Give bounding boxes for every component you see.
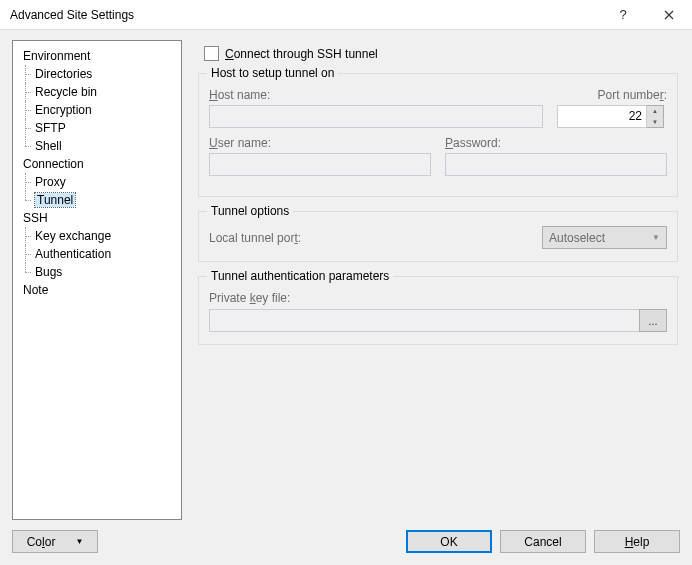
password-label: Password:	[445, 136, 667, 150]
private-key-label: Private key file:	[209, 291, 667, 305]
tree-recycle-bin[interactable]: Recycle bin	[15, 83, 179, 101]
color-button[interactable]: Color ▼	[12, 530, 98, 553]
port-label: Port number:	[557, 88, 667, 102]
group-options-legend: Tunnel options	[207, 204, 293, 218]
window-title: Advanced Site Settings	[10, 8, 600, 22]
password-input[interactable]	[445, 153, 667, 176]
port-spin-buttons: ▲ ▼	[647, 105, 664, 128]
tree-connection[interactable]: Connection	[15, 155, 179, 173]
private-key-input[interactable]	[209, 309, 639, 332]
username-input[interactable]	[209, 153, 431, 176]
tree-directories[interactable]: Directories	[15, 65, 179, 83]
group-host: Host to setup tunnel on Host name: Port …	[198, 73, 678, 197]
hostname-field: Host name:	[209, 88, 543, 128]
localport-combo[interactable]: Autoselect ▼	[542, 226, 667, 249]
help-title-button[interactable]: ?	[600, 0, 646, 30]
password-field: Password:	[445, 136, 667, 176]
content-row: Environment Directories Recycle bin Encr…	[12, 40, 680, 520]
tree-ssh[interactable]: SSH	[15, 209, 179, 227]
group-host-legend: Host to setup tunnel on	[207, 66, 338, 80]
port-input[interactable]: 22	[557, 105, 647, 128]
tree-key-exchange[interactable]: Key exchange	[15, 227, 179, 245]
close-icon	[664, 10, 674, 20]
ok-button[interactable]: OK	[406, 530, 492, 553]
chevron-down-icon: ▼	[652, 233, 660, 242]
port-spin-up[interactable]: ▲	[647, 106, 663, 117]
dialog-window: Advanced Site Settings ? Environment Dir…	[0, 0, 692, 565]
cancel-button[interactable]: Cancel	[500, 530, 586, 553]
port-field: Port number: 22 ▲ ▼	[557, 88, 667, 128]
hostname-label: Host name:	[209, 88, 543, 102]
tree-authentication[interactable]: Authentication	[15, 245, 179, 263]
tree-proxy[interactable]: Proxy	[15, 173, 179, 191]
group-options: Tunnel options Local tunnel port: Autose…	[198, 211, 678, 262]
tree-environment[interactable]: Environment	[15, 47, 179, 65]
username-field: User name:	[209, 136, 431, 176]
title-bar: Advanced Site Settings ?	[0, 0, 692, 30]
localport-label: Local tunnel port:	[209, 231, 301, 245]
main-panel: Connect through SSH tunnel Host to setup…	[196, 40, 680, 520]
connect-tunnel-label: Connect through SSH tunnel	[225, 47, 378, 61]
port-spinner: 22 ▲ ▼	[557, 105, 667, 128]
tree-sftp[interactable]: SFTP	[15, 119, 179, 137]
connect-tunnel-checkbox[interactable]	[204, 46, 219, 61]
tree-shell[interactable]: Shell	[15, 137, 179, 155]
dropdown-arrow-icon: ▼	[75, 537, 83, 546]
tree-tunnel[interactable]: Tunnel	[15, 191, 179, 209]
port-spin-down[interactable]: ▼	[647, 117, 663, 128]
tree-note[interactable]: Note	[15, 281, 179, 299]
dialog-body: Environment Directories Recycle bin Encr…	[0, 30, 692, 565]
category-tree[interactable]: Environment Directories Recycle bin Encr…	[12, 40, 182, 520]
tree-bugs[interactable]: Bugs	[15, 263, 179, 281]
username-label: User name:	[209, 136, 431, 150]
hostname-input[interactable]	[209, 105, 543, 128]
browse-button[interactable]: ...	[639, 309, 667, 332]
localport-value: Autoselect	[549, 231, 605, 245]
tree-encryption[interactable]: Encryption	[15, 101, 179, 119]
group-auth: Tunnel authentication parameters Private…	[198, 276, 678, 345]
help-button[interactable]: Help	[594, 530, 680, 553]
footer-row: Color ▼ OK Cancel Help	[12, 520, 680, 553]
close-title-button[interactable]	[646, 0, 692, 30]
group-auth-legend: Tunnel authentication parameters	[207, 269, 393, 283]
color-button-label: Color	[27, 535, 56, 549]
